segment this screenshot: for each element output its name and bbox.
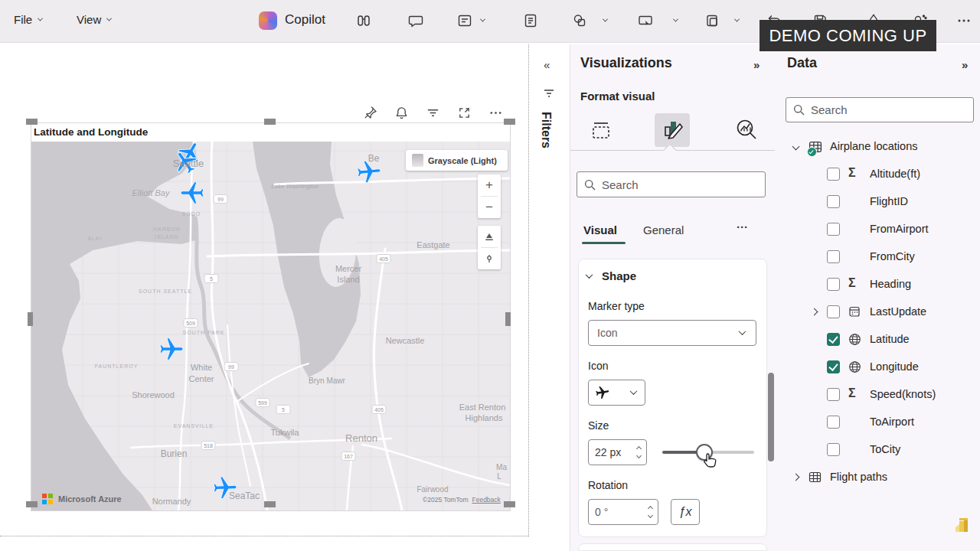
chevron-down-icon — [106, 16, 112, 21]
field-label: Altitude(ft) — [870, 168, 920, 180]
field-label: LastUpdate — [870, 305, 926, 318]
field-checkbox[interactable] — [827, 223, 840, 236]
map-locate-button[interactable] — [478, 248, 501, 269]
data-field-row[interactable]: FlightID — [779, 188, 980, 216]
map-place-label: Be — [368, 153, 380, 164]
data-field-row[interactable]: ToCity — [779, 436, 980, 464]
map-canvas[interactable] — [31, 142, 510, 510]
marker-type-dropdown[interactable]: Icon — [588, 320, 756, 346]
field-checkbox[interactable] — [827, 333, 840, 346]
shape-section-header[interactable]: Shape — [586, 269, 636, 282]
expand-visualizations-icon[interactable]: » — [753, 58, 760, 71]
menu-view-label: View — [77, 13, 101, 26]
tab-more-icon[interactable]: ··· — [737, 220, 748, 233]
demo-badge-text: DEMO COMING UP — [769, 26, 926, 46]
screen-cursor-icon[interactable] — [637, 12, 654, 29]
visual-resize-handle[interactable] — [26, 501, 38, 507]
field-checkbox[interactable] — [827, 278, 840, 291]
map-place-label: Elliott Bay — [132, 188, 170, 197]
data-table-row[interactable]: Airplane locations — [779, 133, 980, 161]
icon-dropdown[interactable] — [588, 380, 645, 406]
highway-shield: 405 — [377, 254, 391, 263]
expand-right-icon[interactable] — [792, 474, 800, 481]
field-checkbox[interactable] — [827, 388, 840, 401]
filter-icon[interactable] — [426, 106, 440, 120]
data-field-row[interactable]: Latitude — [779, 326, 980, 354]
visual-resize-handle[interactable] — [505, 312, 511, 326]
rotation-fx-button[interactable]: ƒx — [671, 499, 700, 525]
frames-icon[interactable] — [704, 12, 720, 29]
expand-down-icon[interactable] — [792, 143, 800, 151]
copilot-button[interactable]: Copilot — [285, 12, 325, 28]
data-field-row[interactable]: LastUpdate — [779, 298, 980, 326]
data-field-row[interactable]: ΣSpeed(knots) — [779, 381, 980, 409]
field-checkbox[interactable] — [827, 443, 840, 456]
menu-file[interactable]: File — [14, 13, 42, 26]
focus-mode-icon[interactable] — [457, 106, 472, 120]
map-place-label: Eastgate — [416, 240, 449, 249]
field-checkbox[interactable] — [827, 250, 840, 263]
field-checkbox[interactable] — [827, 416, 840, 429]
chevron-down-icon — [630, 387, 638, 395]
document-icon[interactable] — [522, 12, 539, 29]
visual-resize-handle[interactable] — [264, 119, 276, 125]
feedback-link[interactable]: Feedback — [472, 496, 501, 504]
build-visual-tab[interactable] — [583, 113, 619, 147]
expand-data-icon[interactable]: » — [962, 58, 968, 71]
rotation-stepper[interactable] — [648, 507, 652, 517]
binoculars-icon[interactable] — [355, 12, 372, 29]
field-label: FromCity — [870, 250, 915, 262]
format-visual-heading: Format visual — [580, 90, 655, 103]
field-checkbox[interactable] — [827, 168, 840, 181]
fx-label: ƒx — [679, 505, 692, 519]
chat-icon[interactable] — [407, 12, 424, 29]
size-input[interactable]: 22 px — [588, 439, 647, 465]
tab-visual[interactable]: Visual — [583, 223, 617, 236]
analytics-tab[interactable] — [729, 113, 764, 147]
tab-general[interactable]: General — [643, 223, 684, 236]
visual-resize-handle[interactable] — [504, 119, 515, 125]
highway-shield: 99 — [214, 194, 228, 204]
notes-icon[interactable] — [456, 12, 473, 29]
pin-icon[interactable] — [363, 106, 377, 120]
data-field-row[interactable]: FromCity — [779, 243, 980, 271]
more-icon[interactable] — [956, 12, 972, 29]
data-table-row[interactable]: Flight paths — [779, 464, 980, 491]
data-field-row[interactable]: ToAirport — [779, 409, 980, 436]
data-pane-title: Data — [787, 55, 817, 71]
data-field-row[interactable]: ΣAltitude(ft) — [779, 161, 980, 188]
data-search-input[interactable]: Search — [786, 97, 974, 122]
highway-shield: 99 — [224, 362, 239, 371]
data-field-row[interactable]: Longitude — [779, 354, 980, 381]
map-pitch-button[interactable] — [478, 226, 501, 247]
menu-view[interactable]: View — [77, 13, 111, 26]
field-checkbox[interactable] — [827, 305, 840, 318]
field-checkbox[interactable] — [827, 360, 840, 373]
visual-resize-handle[interactable] — [26, 119, 38, 125]
more-options-icon[interactable] — [488, 106, 503, 120]
rotation-input[interactable]: 0 ° — [588, 499, 658, 525]
format-search-input[interactable]: Search — [577, 171, 766, 197]
menu-file-label: File — [14, 13, 32, 26]
visual-resize-handle[interactable] — [28, 312, 33, 326]
map-style-selector[interactable]: Grayscale (Light) — [406, 150, 508, 171]
data-field-row[interactable]: ΣHeading — [779, 271, 980, 298]
bell-icon[interactable] — [394, 106, 409, 120]
gold-chart-icon — [952, 515, 970, 535]
size-stepper[interactable] — [637, 447, 641, 458]
zoom-out-button[interactable]: − — [478, 197, 501, 218]
collapse-filters-icon[interactable]: « — [544, 58, 550, 71]
format-visual-tab[interactable] — [655, 113, 690, 147]
visual-resize-handle[interactable] — [264, 501, 276, 507]
data-field-row[interactable]: FromAirport — [779, 216, 980, 243]
copilot-icon[interactable] — [259, 11, 277, 30]
field-checkbox[interactable] — [827, 195, 840, 208]
expand-right-icon[interactable] — [811, 308, 818, 316]
field-label: Airplane locations — [830, 140, 917, 152]
visual-resize-handle[interactable] — [504, 501, 515, 507]
size-label: Size — [588, 419, 609, 432]
shapes-icon[interactable] — [571, 12, 588, 29]
microsoft-logo-icon — [42, 494, 53, 504]
zoom-in-button[interactable]: + — [478, 174, 501, 196]
format-pane-scroll-thumb[interactable] — [768, 373, 774, 461]
